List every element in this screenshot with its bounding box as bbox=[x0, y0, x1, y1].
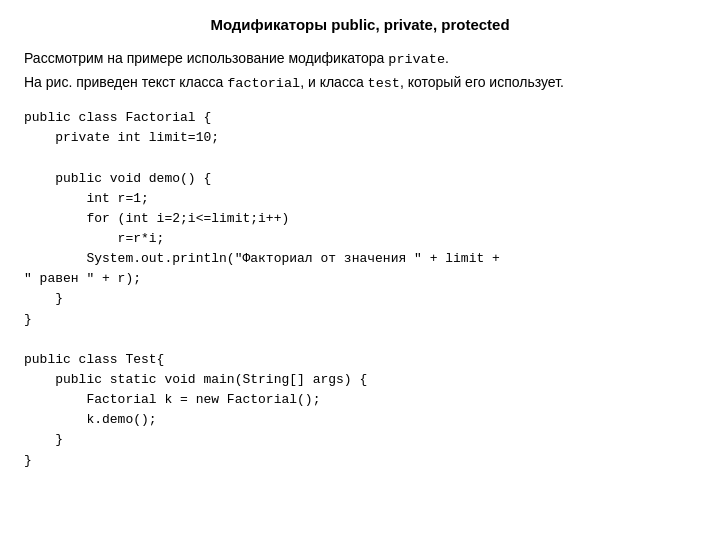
page-container: Модификаторы public, private, protected … bbox=[0, 0, 720, 540]
description: Рассмотрим на примере использование моди… bbox=[24, 47, 696, 94]
page-title: Модификаторы public, private, protected bbox=[24, 16, 696, 33]
code-block: public class Factorial { private int lim… bbox=[24, 108, 696, 471]
desc-text-1: Рассмотрим на примере использование моди… bbox=[24, 50, 388, 66]
desc-text-5: , который его использует. bbox=[400, 74, 564, 90]
desc-text-4: , и класса bbox=[300, 74, 367, 90]
desc-text-2: . bbox=[445, 50, 449, 66]
desc-text-3: На рис. приведен текст класса bbox=[24, 74, 227, 90]
desc-code-2: factorial bbox=[227, 76, 300, 91]
desc-code-1: private bbox=[388, 52, 445, 67]
desc-code-3: test bbox=[368, 76, 400, 91]
